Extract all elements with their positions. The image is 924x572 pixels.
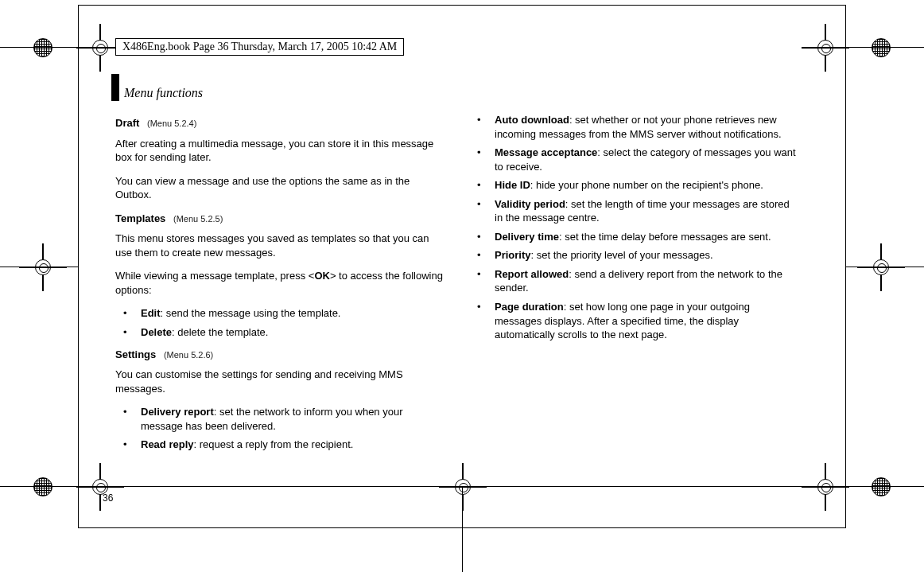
registration-mark-icon	[872, 477, 891, 496]
templates-ref: (Menu 5.2.5)	[173, 214, 223, 224]
item-name: Page duration	[495, 301, 564, 313]
section-title-text: Menu functions	[124, 86, 203, 101]
left-column: Draft (Menu 5.2.4) After creating a mult…	[115, 108, 445, 460]
rule-line	[846, 267, 924, 267]
list-item: Delete: delete the template.	[120, 325, 445, 340]
item-name: Report allowed	[495, 268, 569, 280]
templates-p2a: While viewing a message template, press …	[115, 270, 314, 282]
item-desc: : hide your phone number on the recipien…	[530, 179, 763, 191]
item-name: Priority	[495, 249, 531, 261]
draft-heading: Draft (Menu 5.2.4)	[115, 116, 445, 130]
templates-title: Templates	[115, 212, 165, 224]
settings-options-right: Auto download: set whether or not your p…	[469, 113, 799, 342]
right-column: Auto download: set whether or not your p…	[469, 108, 799, 460]
settings-options-left: Delivery report: set the network to info…	[115, 405, 445, 452]
crosshair-mark-icon	[19, 243, 67, 291]
list-item: Hide ID: hide your phone number on the r…	[474, 178, 799, 193]
rule-line	[462, 486, 463, 572]
item-name: Message acceptance	[495, 146, 597, 158]
settings-title: Settings	[115, 348, 156, 360]
registration-mark-icon	[872, 38, 891, 57]
item-desc: : send the message using the template.	[161, 307, 341, 319]
draft-ref: (Menu 5.2.4)	[147, 119, 196, 128]
list-item: Page duration: set how long one page in …	[474, 300, 799, 342]
crosshair-mark-icon	[439, 463, 487, 511]
item-desc: : request a reply from the recipient.	[193, 438, 353, 450]
registration-mark-icon	[33, 477, 52, 496]
crosshair-mark-icon	[76, 463, 124, 511]
list-item: Message acceptance: select the category …	[474, 146, 799, 173]
settings-p1: You can customise the settings for sendi…	[115, 368, 445, 395]
crosshair-mark-icon	[802, 463, 849, 511]
templates-heading: Templates (Menu 5.2.5)	[115, 212, 445, 226]
list-item: Delivery time: set the time delay before…	[474, 230, 799, 244]
item-desc: : set the time delay before messages are…	[559, 231, 771, 243]
item-name: Auto download	[495, 114, 569, 126]
draft-p2: You can view a message and use the optio…	[115, 174, 445, 202]
item-desc: : set the priority level of your message…	[531, 249, 713, 261]
item-name: Hide ID	[495, 179, 530, 191]
crosshair-mark-icon	[802, 24, 849, 72]
content-columns: Draft (Menu 5.2.4) After creating a mult…	[115, 108, 879, 460]
item-desc: : delete the template.	[172, 326, 268, 338]
header-info: X486Eng.book Page 36 Thursday, March 17,…	[115, 38, 404, 56]
list-item: Edit: send the message using the templat…	[120, 306, 445, 321]
list-item: Report allowed: send a delivery report f…	[474, 267, 799, 295]
ok-key: OK	[314, 270, 330, 282]
list-item: Auto download: set whether or not your p…	[474, 113, 799, 141]
rule-line	[0, 47, 78, 48]
list-item: Delivery report: set the network to info…	[120, 405, 445, 433]
settings-heading: Settings (Menu 5.2.6)	[115, 348, 445, 362]
templates-p2: While viewing a message template, press …	[115, 269, 445, 297]
registration-mark-icon	[33, 38, 52, 57]
settings-ref: (Menu 5.2.6)	[164, 350, 213, 360]
list-item: Validity period: set the length of time …	[474, 197, 799, 225]
list-item: Priority: set the priority level of your…	[474, 248, 799, 263]
rule-line	[0, 267, 78, 267]
item-name: Edit	[141, 307, 161, 319]
section-title: Menu functions	[111, 74, 203, 101]
item-name: Validity period	[495, 198, 565, 210]
rule-line	[846, 47, 924, 48]
templates-p1: This menu stores messages you saved as t…	[115, 232, 445, 259]
item-name: Read reply	[141, 438, 193, 450]
draft-p1: After creating a multimedia message, you…	[115, 137, 445, 165]
list-item: Read reply: request a reply from the rec…	[120, 438, 445, 452]
crosshair-mark-icon	[857, 243, 905, 291]
templates-options: Edit: send the message using the templat…	[115, 306, 445, 339]
item-name: Delivery time	[495, 231, 559, 243]
section-bar-icon	[111, 74, 119, 101]
item-name: Delete	[141, 326, 172, 338]
item-name: Delivery report	[141, 406, 214, 418]
draft-title: Draft	[115, 117, 139, 129]
